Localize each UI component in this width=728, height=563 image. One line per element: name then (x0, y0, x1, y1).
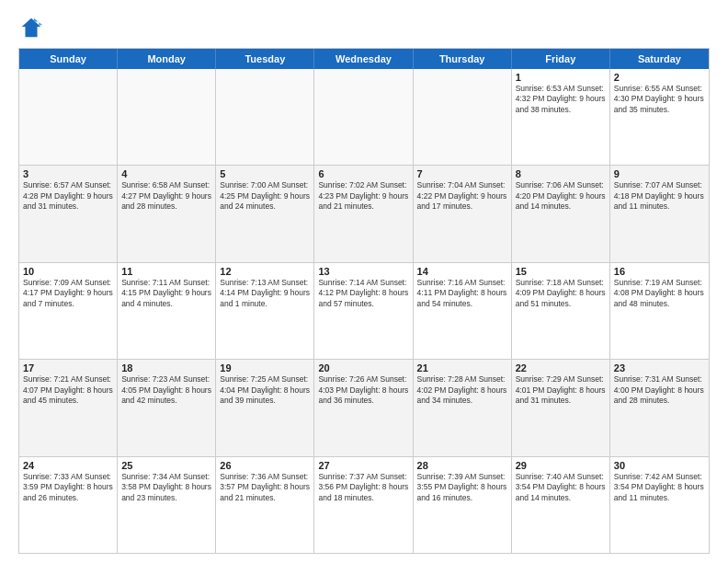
cal-header-saturday: Saturday (610, 49, 709, 69)
day-number: 5 (220, 168, 310, 179)
cal-cell-30: 30Sunrise: 7:42 AM Sunset: 3:54 PM Dayli… (610, 457, 709, 553)
cal-cell-4: 4Sunrise: 6:58 AM Sunset: 4:27 PM Daylig… (118, 166, 216, 261)
cell-info: Sunrise: 7:18 AM Sunset: 4:09 PM Dayligh… (516, 278, 606, 309)
day-number: 22 (516, 362, 606, 373)
day-number: 30 (614, 460, 705, 471)
cal-row-2: 10Sunrise: 7:09 AM Sunset: 4:17 PM Dayli… (19, 263, 709, 360)
cal-cell-16: 16Sunrise: 7:19 AM Sunset: 4:08 PM Dayli… (610, 263, 709, 359)
cal-header-monday: Monday (118, 49, 216, 69)
cal-cell-27: 27Sunrise: 7:37 AM Sunset: 3:56 PM Dayli… (314, 457, 413, 553)
day-number: 29 (516, 460, 606, 471)
page: SundayMondayTuesdayWednesdayThursdayFrid… (0, 0, 728, 563)
cal-cell-7: 7Sunrise: 7:04 AM Sunset: 4:22 PM Daylig… (414, 166, 512, 261)
day-number: 28 (417, 460, 507, 471)
cal-header-tuesday: Tuesday (216, 49, 314, 69)
cal-cell-2: 2Sunrise: 6:55 AM Sunset: 4:30 PM Daylig… (610, 69, 709, 165)
day-number: 26 (220, 460, 310, 471)
cal-cell-1: 1Sunrise: 6:53 AM Sunset: 4:32 PM Daylig… (512, 69, 610, 165)
day-number: 9 (614, 168, 705, 179)
logo-icon (18, 15, 44, 40)
cal-header-wednesday: Wednesday (314, 49, 413, 69)
cal-cell-empty-0-2 (216, 69, 314, 165)
cell-info: Sunrise: 7:34 AM Sunset: 3:58 PM Dayligh… (121, 472, 211, 503)
cal-row-4: 24Sunrise: 7:33 AM Sunset: 3:59 PM Dayli… (19, 457, 709, 553)
header (18, 15, 710, 40)
cal-cell-24: 24Sunrise: 7:33 AM Sunset: 3:59 PM Dayli… (19, 457, 118, 553)
cal-cell-21: 21Sunrise: 7:28 AM Sunset: 4:02 PM Dayli… (414, 360, 512, 455)
cell-info: Sunrise: 7:25 AM Sunset: 4:04 PM Dayligh… (220, 374, 310, 406)
cal-cell-empty-0-1 (118, 69, 216, 165)
day-number: 20 (318, 362, 408, 373)
cell-info: Sunrise: 7:07 AM Sunset: 4:18 PM Dayligh… (614, 180, 705, 212)
day-number: 2 (614, 72, 705, 83)
cal-cell-empty-0-3 (314, 69, 413, 165)
cell-info: Sunrise: 7:04 AM Sunset: 4:22 PM Dayligh… (417, 180, 507, 212)
cal-cell-17: 17Sunrise: 7:21 AM Sunset: 4:07 PM Dayli… (19, 360, 118, 455)
day-number: 25 (121, 460, 211, 471)
cal-cell-26: 26Sunrise: 7:36 AM Sunset: 3:57 PM Dayli… (216, 457, 314, 553)
cell-info: Sunrise: 7:28 AM Sunset: 4:02 PM Dayligh… (417, 374, 507, 406)
cell-info: Sunrise: 7:37 AM Sunset: 3:56 PM Dayligh… (318, 472, 408, 503)
cell-info: Sunrise: 7:16 AM Sunset: 4:11 PM Dayligh… (417, 278, 507, 309)
cal-cell-12: 12Sunrise: 7:13 AM Sunset: 4:14 PM Dayli… (216, 263, 314, 359)
cal-cell-3: 3Sunrise: 6:57 AM Sunset: 4:28 PM Daylig… (19, 166, 118, 261)
cal-cell-5: 5Sunrise: 7:00 AM Sunset: 4:25 PM Daylig… (216, 166, 314, 261)
day-number: 6 (318, 168, 408, 179)
cal-header-thursday: Thursday (414, 49, 512, 69)
day-number: 18 (121, 362, 211, 373)
cell-info: Sunrise: 7:26 AM Sunset: 4:03 PM Dayligh… (318, 374, 408, 406)
cal-header-sunday: Sunday (19, 49, 118, 69)
cal-cell-25: 25Sunrise: 7:34 AM Sunset: 3:58 PM Dayli… (118, 457, 216, 553)
cal-cell-8: 8Sunrise: 7:06 AM Sunset: 4:20 PM Daylig… (512, 166, 610, 261)
day-number: 10 (23, 266, 113, 277)
cell-info: Sunrise: 7:29 AM Sunset: 4:01 PM Dayligh… (516, 374, 606, 406)
cell-info: Sunrise: 6:55 AM Sunset: 4:30 PM Dayligh… (614, 84, 705, 115)
cell-info: Sunrise: 7:40 AM Sunset: 3:54 PM Dayligh… (516, 472, 606, 503)
cal-cell-13: 13Sunrise: 7:14 AM Sunset: 4:12 PM Dayli… (314, 263, 413, 359)
cal-cell-6: 6Sunrise: 7:02 AM Sunset: 4:23 PM Daylig… (314, 166, 413, 261)
cal-cell-23: 23Sunrise: 7:31 AM Sunset: 4:00 PM Dayli… (610, 360, 709, 455)
day-number: 8 (516, 168, 606, 179)
day-number: 27 (318, 460, 408, 471)
cal-row-0: 1Sunrise: 6:53 AM Sunset: 4:32 PM Daylig… (19, 69, 709, 166)
cal-cell-20: 20Sunrise: 7:26 AM Sunset: 4:03 PM Dayli… (314, 360, 413, 455)
cell-info: Sunrise: 7:11 AM Sunset: 4:15 PM Dayligh… (121, 278, 211, 309)
svg-marker-0 (22, 18, 41, 38)
day-number: 12 (220, 266, 310, 277)
day-number: 17 (23, 362, 113, 373)
cell-info: Sunrise: 7:13 AM Sunset: 4:14 PM Dayligh… (220, 278, 310, 309)
cal-cell-28: 28Sunrise: 7:39 AM Sunset: 3:55 PM Dayli… (414, 457, 512, 553)
day-number: 14 (417, 266, 507, 277)
day-number: 16 (614, 266, 705, 277)
cal-row-1: 3Sunrise: 6:57 AM Sunset: 4:28 PM Daylig… (19, 166, 709, 262)
day-number: 23 (614, 362, 705, 373)
cell-info: Sunrise: 7:14 AM Sunset: 4:12 PM Dayligh… (318, 278, 408, 309)
day-number: 24 (23, 460, 113, 471)
cell-info: Sunrise: 7:23 AM Sunset: 4:05 PM Dayligh… (121, 374, 211, 406)
cell-info: Sunrise: 7:33 AM Sunset: 3:59 PM Dayligh… (23, 472, 113, 503)
day-number: 21 (417, 362, 507, 373)
day-number: 4 (121, 168, 211, 179)
cal-cell-empty-0-4 (414, 69, 512, 165)
calendar-body: 1Sunrise: 6:53 AM Sunset: 4:32 PM Daylig… (19, 69, 709, 553)
day-number: 1 (516, 72, 606, 83)
cell-info: Sunrise: 7:39 AM Sunset: 3:55 PM Dayligh… (417, 472, 507, 503)
cell-info: Sunrise: 7:00 AM Sunset: 4:25 PM Dayligh… (220, 180, 310, 212)
cell-info: Sunrise: 7:02 AM Sunset: 4:23 PM Dayligh… (318, 180, 408, 212)
logo (18, 15, 48, 40)
day-number: 19 (220, 362, 310, 373)
cell-info: Sunrise: 6:53 AM Sunset: 4:32 PM Dayligh… (516, 84, 606, 115)
cell-info: Sunrise: 7:06 AM Sunset: 4:20 PM Dayligh… (516, 180, 606, 212)
cal-cell-18: 18Sunrise: 7:23 AM Sunset: 4:05 PM Dayli… (118, 360, 216, 455)
cal-cell-22: 22Sunrise: 7:29 AM Sunset: 4:01 PM Dayli… (512, 360, 610, 455)
cal-cell-empty-0-0 (19, 69, 118, 165)
day-number: 15 (516, 266, 606, 277)
cal-cell-15: 15Sunrise: 7:18 AM Sunset: 4:09 PM Dayli… (512, 263, 610, 359)
day-number: 13 (318, 266, 408, 277)
cal-cell-14: 14Sunrise: 7:16 AM Sunset: 4:11 PM Dayli… (414, 263, 512, 359)
day-number: 7 (417, 168, 507, 179)
cell-info: Sunrise: 7:31 AM Sunset: 4:00 PM Dayligh… (614, 374, 705, 406)
cell-info: Sunrise: 7:36 AM Sunset: 3:57 PM Dayligh… (220, 472, 310, 503)
cell-info: Sunrise: 7:19 AM Sunset: 4:08 PM Dayligh… (614, 278, 705, 309)
day-number: 3 (23, 168, 113, 179)
